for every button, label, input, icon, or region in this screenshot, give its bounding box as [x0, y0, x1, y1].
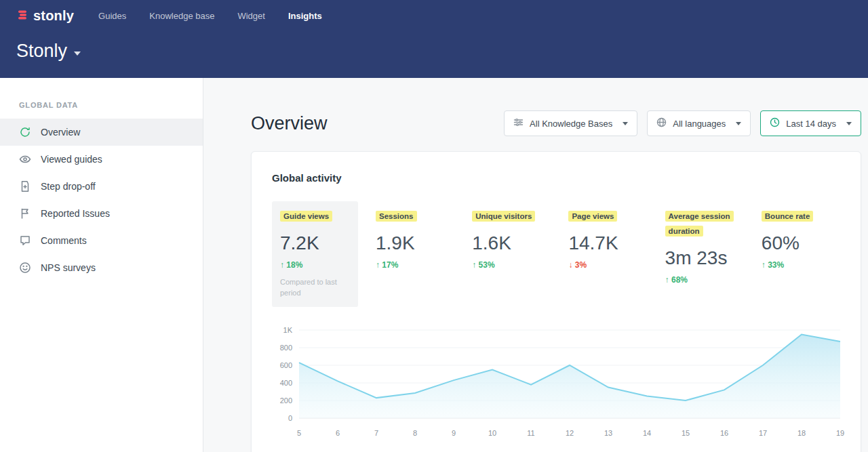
sidebar-item-comments[interactable]: Comments: [0, 227, 203, 254]
up-arrow-icon: ↑: [472, 260, 476, 270]
metric-value: 1.6K: [472, 232, 542, 254]
y-tick-label: 400: [280, 379, 292, 387]
languages-filter-value: All languages: [673, 119, 726, 129]
sliders-icon: [513, 117, 524, 129]
globe-icon: [656, 117, 667, 129]
chevron-down-icon: [736, 122, 741, 125]
card-title: Global activity: [272, 172, 840, 184]
stonly-logo[interactable]: stonly: [16, 8, 74, 24]
top-navigation: stonly Guides Knowledge base Widget Insi…: [0, 0, 868, 25]
activity-icon: [19, 126, 31, 138]
x-tick-label: 12: [566, 429, 574, 437]
metric-label: Average session duration: [665, 211, 734, 237]
metric-change: ↑ 53%: [472, 260, 542, 270]
app-header: stonly Guides Knowledge base Widget Insi…: [0, 0, 868, 78]
metrics-row: Guide views 7.2K ↑ 18% Compared to last …: [272, 201, 840, 307]
eye-icon: [19, 153, 31, 165]
chevron-down-icon: [846, 122, 852, 125]
metric-comparison-note: Compared to last period: [280, 276, 349, 299]
x-tick-label: 13: [604, 429, 612, 437]
sidebar-item-label: Step drop-off: [41, 181, 96, 192]
y-tick-label: 800: [280, 344, 292, 352]
up-arrow-icon: ↑: [665, 275, 669, 285]
metric-value: 1.9K: [376, 232, 446, 254]
x-tick-label: 7: [374, 429, 378, 437]
nav-item-guides[interactable]: Guides: [98, 7, 126, 25]
x-tick-label: 15: [682, 429, 690, 437]
sidebar-item-label: Comments: [41, 235, 87, 246]
metric-label: Sessions: [376, 211, 417, 222]
x-tick-label: 17: [759, 429, 767, 437]
metric-average-session-duration[interactable]: Average session duration 3m 23s ↑ 68%: [657, 201, 744, 307]
global-activity-card: Global activity Guide views 7.2K ↑ 18% C…: [251, 151, 861, 452]
chart-plot-area: [299, 330, 840, 418]
metric-bounce-rate[interactable]: Bounce rate 60% ↑ 33%: [753, 201, 840, 307]
sidebar-section-label: GLOBAL DATA: [19, 101, 203, 109]
filters: All Knowledge Bases All languages: [504, 110, 861, 136]
x-tick-label: 11: [527, 429, 534, 437]
sidebar-item-viewed-guides[interactable]: Viewed guides: [0, 146, 203, 173]
x-tick-label: 8: [413, 429, 417, 437]
x-tick-label: 18: [797, 429, 806, 437]
metric-sessions[interactable]: Sessions 1.9K ↑ 17%: [368, 201, 454, 307]
metric-label: Bounce rate: [762, 211, 813, 222]
down-arrow-icon: ↓: [568, 260, 572, 270]
sidebar-item-label: NPS surveys: [41, 262, 96, 273]
sidebar-item-label: Overview: [41, 127, 80, 138]
x-tick-label: 14: [643, 429, 651, 437]
y-tick-label: 0: [288, 414, 292, 422]
y-tick-label: 1K: [283, 326, 292, 334]
metric-value: 14.7K: [568, 232, 639, 254]
x-tick-label: 6: [336, 429, 340, 437]
chart-x-axis-labels: 5678910111213141516171819: [299, 418, 840, 441]
metric-guide-views[interactable]: Guide views 7.2K ↑ 18% Compared to last …: [272, 201, 358, 307]
workspace-name: Stonly: [16, 41, 67, 62]
metric-label: Guide views: [280, 211, 332, 222]
x-tick-label: 10: [488, 429, 496, 437]
clock-icon: [770, 117, 780, 129]
sidebar-item-nps-surveys[interactable]: NPS surveys: [0, 254, 203, 281]
up-arrow-icon: ↑: [280, 260, 284, 270]
metric-change: ↓ 3%: [568, 260, 639, 270]
nav-item-knowledge-base[interactable]: Knowledge base: [149, 7, 214, 25]
languages-filter[interactable]: All languages: [647, 110, 751, 136]
logo-text: stonly: [33, 8, 74, 24]
y-tick-label: 200: [280, 396, 292, 405]
smiley-icon: [19, 262, 31, 274]
sidebar-item-step-drop-off[interactable]: Step drop-off: [0, 173, 203, 200]
comment-icon: [19, 234, 31, 247]
sidebar: GLOBAL DATA Overview Viewed guides Step …: [0, 78, 203, 452]
y-tick-label: 600: [280, 361, 292, 369]
step-dropoff-icon: [19, 180, 31, 192]
sidebar-item-overview[interactable]: Overview: [0, 119, 203, 146]
metric-change: ↑ 18%: [280, 260, 350, 270]
nav-item-widget[interactable]: Widget: [237, 7, 264, 25]
metric-page-views[interactable]: Page views 14.7K ↓ 3%: [560, 201, 647, 307]
metric-value: 3m 23s: [665, 247, 736, 269]
date-range-filter[interactable]: Last 14 days: [760, 110, 861, 136]
metric-value: 60%: [762, 232, 832, 254]
sidebar-item-label: Viewed guides: [41, 154, 102, 165]
flag-icon: [19, 207, 31, 220]
metric-label: Page views: [568, 211, 617, 222]
main-content: Overview All Knowledge Bases All langua: [203, 78, 868, 452]
up-arrow-icon: ↑: [376, 260, 380, 270]
metric-change: ↑ 68%: [665, 275, 736, 285]
stonly-logo-icon: [16, 9, 28, 24]
chevron-down-icon: [623, 122, 628, 125]
x-tick-label: 19: [836, 429, 844, 437]
metric-value: 7.2K: [280, 232, 350, 254]
metric-unique-visitors[interactable]: Unique visitors 1.6K ↑ 53%: [464, 201, 551, 307]
knowledge-bases-filter[interactable]: All Knowledge Bases: [504, 110, 637, 136]
activity-chart: 1K8006004002000 567891011121314151617181…: [272, 330, 840, 441]
chart-y-axis-labels: 1K8006004002000: [272, 330, 299, 418]
sidebar-item-reported-issues[interactable]: Reported Issues: [0, 200, 203, 227]
workspace-selector[interactable]: Stonly: [16, 41, 81, 62]
nav-links: Guides Knowledge base Widget Insights: [98, 7, 322, 25]
x-tick-label: 16: [720, 429, 728, 437]
x-tick-label: 9: [452, 429, 456, 437]
nav-item-insights[interactable]: Insights: [288, 7, 322, 25]
metric-change: ↑ 33%: [762, 260, 832, 270]
sidebar-item-label: Reported Issues: [41, 208, 110, 219]
date-range-filter-value: Last 14 days: [786, 119, 836, 129]
